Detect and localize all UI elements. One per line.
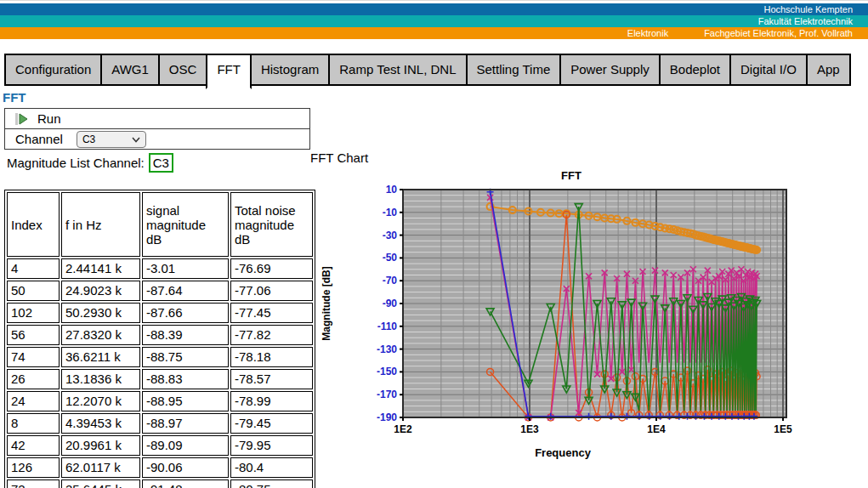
- table-cell: -91.48: [142, 479, 229, 488]
- tab-fft[interactable]: FFT: [206, 54, 252, 89]
- tab-bodeplot[interactable]: Bodeplot: [659, 54, 731, 86]
- table-cell: 13.1836 k: [61, 369, 140, 389]
- tab-settling-time[interactable]: Settling Time: [466, 54, 562, 86]
- table-cell: 36.6211 k: [61, 347, 140, 367]
- department-right-text: Fachgebiet Elektronik, Prof. Vollrath: [704, 28, 853, 38]
- table-cell: 50: [7, 281, 60, 301]
- svg-text:-90: -90: [383, 298, 398, 309]
- svg-text:-10: -10: [383, 207, 398, 218]
- tab-power-supply[interactable]: Power Supply: [559, 54, 661, 86]
- table-cell: 8: [7, 413, 60, 434]
- play-icon: [15, 113, 29, 125]
- table-cell: -79.95: [230, 435, 313, 456]
- tab-awg1[interactable]: AWG1: [100, 54, 160, 86]
- table-cell: -88.95: [142, 391, 229, 411]
- table-cell: -78.57: [230, 369, 313, 389]
- table-cell: -78.18: [230, 347, 313, 367]
- channel-row: Channel C3: [5, 128, 309, 149]
- university-name: Hochschule Kempten: [763, 4, 853, 14]
- table-cell: -88.75: [142, 347, 229, 367]
- svg-text:1E2: 1E2: [394, 423, 412, 435]
- tab-histogram[interactable]: Histogram: [250, 54, 330, 86]
- chevron-down-icon: [132, 133, 140, 145]
- table-row: 84.39453 k-88.97-79.45: [7, 413, 313, 434]
- table-cell: -77.82: [230, 325, 313, 345]
- svg-text:-130: -130: [377, 343, 397, 355]
- fft-chart: 10-10-30-50-70-90-110-130-150-170-1901E2…: [316, 167, 868, 474]
- table-header-row: Indexf in Hzsignal magnitude dBTotal noi…: [7, 192, 313, 257]
- table-cell: -78.99: [230, 391, 313, 411]
- svg-text:1E5: 1E5: [774, 423, 792, 435]
- table-cell: -88.39: [142, 325, 229, 345]
- table-row: 2613.1836 k-88.83-78.57: [7, 369, 313, 389]
- tab-configuration[interactable]: Configuration: [4, 54, 102, 86]
- department-left-text: Elektronik: [627, 28, 668, 38]
- table-cell: 42: [7, 435, 60, 456]
- table-row: 10250.2930 k-87.66-77.45: [7, 303, 313, 323]
- svg-text:1E3: 1E3: [520, 423, 539, 435]
- svg-text:-70: -70: [383, 275, 398, 287]
- table-cell: 24: [7, 391, 60, 411]
- table-row: 12662.0117 k-90.06-80.4: [7, 457, 313, 478]
- table-cell: 2.44141 k: [61, 258, 140, 279]
- column-header: Index: [7, 192, 60, 257]
- table-cell: -89.09: [142, 435, 229, 456]
- svg-text:-150: -150: [377, 366, 397, 377]
- faculty-name: Fakultät Elektrotechnik: [758, 16, 853, 26]
- svg-text:-30: -30: [383, 230, 398, 241]
- table-row: 5024.9023 k-87.64-77.06: [7, 281, 313, 301]
- column-header: Total noise magnitude dB: [230, 192, 313, 257]
- table-cell: 102: [7, 303, 60, 323]
- table-cell: 50.2930 k: [61, 303, 140, 323]
- table-row: 7235.6445 k-91.48-80.75: [7, 479, 313, 488]
- table-cell: 27.8320 k: [61, 325, 140, 345]
- x-axis-label: Frequency: [535, 446, 592, 459]
- table-cell: 126: [7, 457, 60, 478]
- table-row: 5627.8320 k-88.39-77.82: [7, 325, 313, 345]
- run-button[interactable]: Run: [5, 109, 309, 128]
- table-cell: -80.75: [230, 479, 313, 488]
- table-cell: 72: [7, 479, 60, 488]
- table-cell: -88.97: [142, 413, 229, 434]
- header-bar-department: ElektronikFachgebiet Elektronik, Prof. V…: [0, 27, 868, 39]
- table-cell: 56: [7, 325, 60, 345]
- control-panel: Run Channel C3: [4, 108, 310, 150]
- svg-text:-170: -170: [377, 389, 397, 400]
- table-row: 7436.6211 k-88.75-78.18: [7, 347, 313, 367]
- table-cell: 20.9961 k: [61, 435, 140, 456]
- column-header: signal magnitude dB: [142, 192, 229, 257]
- svg-text:-50: -50: [383, 252, 398, 264]
- table-cell: 26: [7, 369, 60, 389]
- run-label: Run: [37, 111, 61, 126]
- table-cell: 62.0117 k: [61, 457, 140, 478]
- svg-text:10: 10: [386, 184, 398, 196]
- channel-select-value: C3: [82, 133, 95, 145]
- table-cell: 12.2070 k: [61, 391, 140, 411]
- table-cell: 35.6445 k: [61, 479, 140, 488]
- svg-text:-110: -110: [377, 321, 398, 332]
- tab-app[interactable]: App: [806, 54, 851, 86]
- table-cell: -87.64: [142, 281, 229, 301]
- tab-digital-i-o[interactable]: Digital I/O: [729, 54, 808, 86]
- tab-ramp-test-inl-dnl[interactable]: Ramp Test INL, DNL: [328, 54, 467, 86]
- page: Hochschule Kempten Fakultät Elektrotechn…: [0, 0, 868, 488]
- table-cell: -79.45: [230, 413, 313, 434]
- tab-osc[interactable]: OSC: [158, 54, 208, 86]
- magnitude-list-channel-badge: C3: [149, 153, 173, 173]
- table-cell: -88.83: [142, 369, 229, 389]
- svg-text:1E4: 1E4: [647, 423, 666, 435]
- table-cell: -3.01: [142, 258, 229, 279]
- page-title: FFT: [3, 90, 26, 105]
- table-cell: -77.06: [230, 281, 313, 301]
- table-cell: -76.69: [230, 258, 313, 279]
- table-cell: 24.9023 k: [61, 281, 140, 301]
- tab-bar: ConfigurationAWG1OSCFFTHistogramRamp Tes…: [4, 54, 868, 89]
- table-row: 4220.9961 k-89.09-79.95: [7, 435, 313, 456]
- header-bar-faculty: Fakultät Elektrotechnik: [0, 15, 868, 27]
- channel-select[interactable]: C3: [77, 131, 146, 148]
- column-header: f in Hz: [61, 192, 140, 257]
- y-axis-label: Magnitude [dB]: [321, 266, 332, 340]
- fft-chart-label: FFT Chart: [310, 150, 368, 165]
- magnitude-list-label: Magnitude List Channel:: [7, 156, 145, 170]
- table-cell: 4: [7, 258, 60, 279]
